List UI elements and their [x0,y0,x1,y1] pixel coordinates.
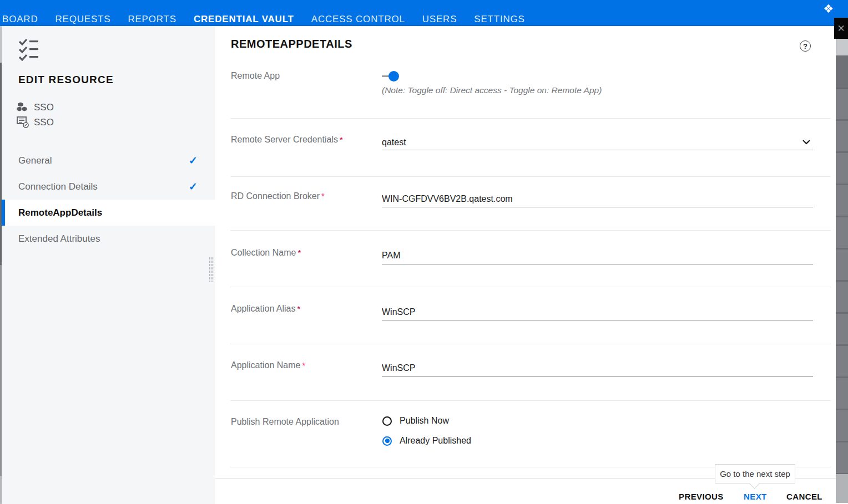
cubes-icon [17,101,29,113]
row-divider [230,176,831,177]
close-icon: ✕ [837,23,845,34]
wizard-steps: General ✓ Connection Details ✓ RemoteApp… [2,147,215,252]
radio-icon [382,416,392,426]
tooltip-caret-icon [749,478,759,488]
radio-label: Publish Now [400,416,449,426]
check-icon: ✓ [189,180,198,193]
nav-item-dashboard[interactable]: BOARD [2,14,38,25]
panel-resize-handle[interactable] [209,257,214,282]
step-label: General [18,155,52,166]
panel-title: EDIT RESOURCE [18,74,114,86]
field-label-remote-server-credentials: Remote Server Credentials* [231,135,343,145]
sidebar-item-connection-details[interactable]: Connection Details ✓ [2,174,215,200]
toggle-note: (Note: Toggle off: Direct access - Toggl… [382,85,602,95]
next-step-tooltip: Go to the next step [715,464,795,483]
field-label-collection-name: Collection Name* [231,248,301,258]
edit-resource-panel: EDIT RESOURCE SSO [2,26,836,504]
nav-item-users[interactable]: USERS [422,14,457,25]
field-label-application-name: Application Name* [231,360,305,370]
previous-button[interactable]: PREVIOUS [679,492,724,501]
check-icon: ✓ [189,154,198,167]
toggle-knob-icon [388,71,399,82]
field-label-publish-remote-application: Publish Remote Application [231,417,339,427]
checklist-icon [18,38,43,62]
application-alias-input[interactable]: WinSCP [382,307,415,317]
row-divider [230,400,831,401]
input-underline [382,376,813,377]
field-label-rd-connection-broker: RD Connection Broker* [231,191,325,201]
help-button[interactable]: ? [800,40,811,52]
select-underline [382,150,813,150]
resource-item-sso-1[interactable]: SSO [17,101,54,113]
nav-item-reports[interactable]: REPORTS [128,14,176,25]
collection-name-input[interactable]: PAM [382,251,400,261]
radio-publish-now[interactable]: Publish Now [382,416,449,426]
nav-item-access-control[interactable]: ACCESS CONTROL [311,14,405,25]
sidebar-item-extended-attributes[interactable]: Extended Attributes [2,226,215,252]
input-underline [382,264,813,264]
app-window-icon [17,116,29,128]
close-button[interactable]: ✕ [834,18,848,39]
remote-app-toggle[interactable] [382,70,401,82]
nav-item-settings[interactable]: SETTINGS [474,14,524,25]
step-label: Extended Attributes [18,233,100,245]
rd-connection-broker-input[interactable]: WIN-CGFDVV6BV2B.qatest.com [382,194,513,204]
radio-selected-icon [382,436,392,446]
step-label: Connection Details [18,181,98,192]
underlying-page-right-edge [836,26,848,504]
resource-label: SSO [34,117,54,128]
resource-item-sso-2[interactable]: SSO [17,116,54,128]
tooltip-text: Go to the next step [720,469,790,478]
sidebar: EDIT RESOURCE SSO [2,26,215,504]
remoteappdetails-form: REMOTEAPPDETAILS ? Remote App (Note: Tog… [215,26,836,504]
next-button[interactable]: NEXT [744,492,767,501]
top-navigation: BOARD REQUESTS REPORTS CREDENTIAL VAULT … [0,0,848,26]
remote-server-credentials-select[interactable]: qatest [382,138,406,147]
sidebar-item-general[interactable]: General ✓ [2,147,215,174]
step-label: RemoteAppDetails [18,207,102,218]
field-label-remote-app: Remote App [231,71,281,81]
nav-item-requests[interactable]: REQUESTS [55,14,110,25]
input-underline [382,320,813,320]
row-divider [230,287,831,287]
field-label-application-alias: Application Alias* [231,304,300,314]
application-name-input[interactable]: WinSCP [382,363,415,373]
radio-already-published[interactable]: Already Published [382,436,471,446]
row-divider [230,118,831,119]
spark-logo-icon: ❖ [823,2,834,16]
page-title: REMOTEAPPDETAILS [231,38,352,50]
resource-label: SSO [34,102,54,113]
row-divider [230,230,831,231]
sidebar-item-remoteappdetails[interactable]: RemoteAppDetails [2,200,215,226]
nav-item-credential-vault[interactable]: CREDENTIAL VAULT [194,14,294,25]
cancel-button[interactable]: CANCEL [786,492,822,501]
row-divider [230,344,831,344]
chevron-down-icon[interactable] [802,139,811,146]
radio-label: Already Published [400,436,471,446]
input-underline [382,207,813,207]
